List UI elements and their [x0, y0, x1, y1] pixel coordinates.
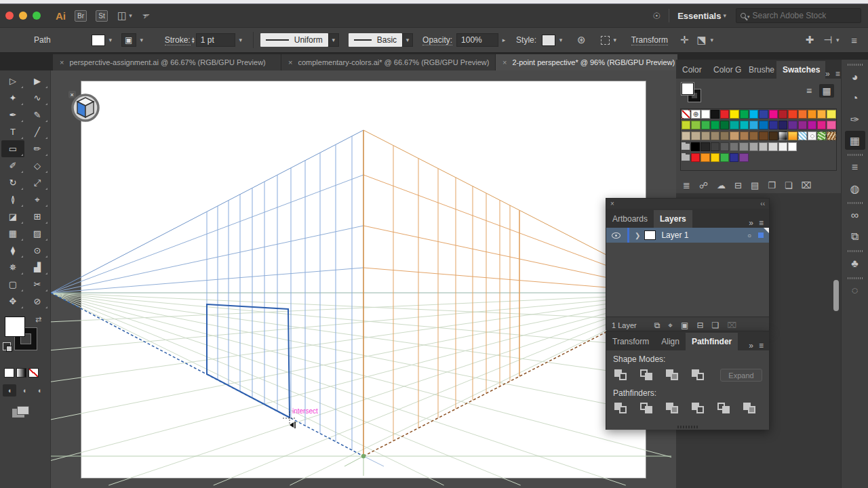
stroke-panel-link[interactable]: Stroke:: [165, 35, 191, 45]
layer-row[interactable]: ❯ Layer 1 ○: [606, 228, 769, 243]
panel-menu-icon[interactable]: ≡: [759, 218, 764, 228]
panel-tab-layers[interactable]: Layers: [654, 210, 692, 228]
layer-target-icon[interactable]: ○: [747, 232, 751, 239]
column-graph-tool[interactable]: ▟: [26, 259, 49, 276]
mesh-tool[interactable]: ▦: [1, 225, 24, 242]
panel-tab-transform[interactable]: Transform: [606, 333, 655, 350]
layer-thumbnail[interactable]: [644, 230, 656, 240]
document-tab[interactable]: ×complementary-colors.ai* @ 66.67% (RGB/…: [281, 54, 495, 70]
swatch[interactable]: [778, 142, 787, 151]
curvature-tool[interactable]: ✎: [26, 106, 49, 123]
none-button[interactable]: [28, 368, 39, 378]
swatch[interactable]: [730, 110, 738, 119]
panel-collapse-icon[interactable]: »: [749, 341, 753, 350]
layers-collapse-icon[interactable]: ‹‹: [760, 200, 765, 207]
swatch[interactable]: [798, 121, 807, 129]
pen-tool[interactable]: ✒: [1, 106, 24, 123]
stroke-panel-icon[interactable]: ≡: [845, 158, 865, 177]
crop-button[interactable]: [692, 403, 707, 415]
panel-collapse-icon[interactable]: »: [825, 69, 830, 79]
swatch[interactable]: [739, 142, 748, 151]
swatch[interactable]: [827, 110, 835, 119]
window-minimize-button[interactable]: [19, 12, 27, 20]
swatch[interactable]: [701, 153, 709, 162]
new-sublayer-icon[interactable]: ⊟: [696, 321, 703, 330]
lasso-tool[interactable]: ∿: [26, 89, 49, 106]
swatch[interactable]: [682, 121, 690, 129]
color-guide-panel-icon[interactable]: ◔: [845, 89, 865, 108]
swatch[interactable]: [749, 121, 758, 129]
swap-fill-stroke-icon[interactable]: ⇄: [35, 315, 41, 324]
delete-swatch-icon[interactable]: ⌧: [802, 180, 812, 190]
swatch[interactable]: [778, 131, 787, 140]
color-group-folder-icon[interactable]: [682, 144, 690, 150]
style-chevron-icon[interactable]: ▾: [555, 34, 566, 47]
perspective-grid-tool[interactable]: ⊞: [26, 208, 49, 225]
swatch-kinds-menu-icon[interactable]: ⊟: [734, 180, 742, 190]
selection-tool[interactable]: ▷: [1, 73, 24, 89]
transparency-panel-icon[interactable]: ◍: [845, 179, 865, 198]
swatch[interactable]: [691, 121, 700, 129]
swatch[interactable]: [827, 121, 835, 129]
swatch[interactable]: [691, 131, 700, 140]
swatch[interactable]: [808, 131, 816, 140]
swatch[interactable]: [691, 153, 700, 162]
swatch[interactable]: [768, 142, 777, 151]
swatch[interactable]: [769, 131, 778, 140]
artboards-panel-icon[interactable]: ⧉: [845, 227, 865, 246]
stroke-weight-chevron-icon[interactable]: ▾: [235, 34, 246, 47]
draw-behind-button[interactable]: ◖: [18, 384, 31, 396]
stroke-weight-field[interactable]: 1 pt: [196, 33, 235, 47]
eraser-tool[interactable]: ◇: [26, 157, 49, 174]
swatch[interactable]: [730, 121, 738, 129]
expand-button[interactable]: Expand: [720, 369, 762, 382]
scrollbar-thumb[interactable]: [833, 280, 839, 311]
swatch[interactable]: [730, 142, 738, 151]
swatch[interactable]: [788, 131, 797, 140]
document-tab[interactable]: ×persperctive-assignment.ai @ 66.67% (RG…: [53, 54, 281, 70]
flip-icon[interactable]: ⬔: [697, 34, 707, 46]
dock-drag-handle[interactable]: [848, 250, 863, 252]
stroke-box-icon[interactable]: ▣: [121, 33, 136, 47]
opacity-field[interactable]: 100%: [456, 33, 498, 47]
type-tool[interactable]: T: [1, 123, 24, 140]
window-close-button[interactable]: [5, 12, 14, 20]
stock-button[interactable]: St: [96, 10, 108, 22]
width-tool[interactable]: ≬: [1, 191, 24, 208]
swatch[interactable]: [691, 142, 700, 151]
swatch[interactable]: [749, 131, 758, 140]
control-panel-menu-icon[interactable]: ≡: [851, 35, 857, 46]
swatch[interactable]: [817, 131, 826, 140]
swatch[interactable]: [808, 121, 816, 129]
exclude-button[interactable]: [692, 369, 707, 382]
add-to-library-icon[interactable]: ☍: [699, 180, 708, 190]
swatch[interactable]: [778, 121, 787, 129]
swatch[interactable]: [740, 121, 749, 129]
merge-button[interactable]: [666, 403, 681, 415]
swatches-fill-stroke-icon[interactable]: [682, 83, 702, 103]
draw-normal-button[interactable]: ◖: [3, 384, 16, 396]
appearance-panel-icon[interactable]: ◌: [845, 281, 865, 300]
rectangle-tool[interactable]: ▭: [1, 140, 24, 157]
swatch[interactable]: [711, 110, 719, 119]
brushes-panel-icon[interactable]: ✑: [845, 110, 865, 129]
layer-name[interactable]: Layer 1: [661, 230, 688, 240]
layer-selection-chip[interactable]: [758, 232, 764, 238]
fill-color-dropdown[interactable]: ▾: [92, 34, 116, 47]
swatch[interactable]: [711, 153, 719, 162]
color-group-folder-icon[interactable]: [682, 155, 690, 161]
swatches-panel-icon[interactable]: ▦: [845, 131, 865, 150]
collect-for-export-icon[interactable]: ⧉: [654, 321, 660, 330]
shape-options-icon[interactable]: ⊣: [823, 34, 832, 46]
brush-chevron-icon[interactable]: ▾: [402, 33, 413, 47]
style-swatch[interactable]: [542, 35, 555, 46]
swatch[interactable]: [720, 131, 729, 140]
layer-disclosure-icon[interactable]: ❯: [635, 232, 640, 239]
scale-tool[interactable]: ⤢: [26, 174, 49, 191]
panel-menu-icon[interactable]: ≡: [835, 69, 840, 79]
swatch[interactable]: [720, 153, 729, 162]
plane-switching-widget[interactable]: ×: [68, 90, 103, 125]
tab-close-icon[interactable]: ×: [60, 58, 64, 66]
eyedropper-tool[interactable]: ⧫: [1, 242, 24, 259]
color-button[interactable]: [4, 368, 14, 378]
